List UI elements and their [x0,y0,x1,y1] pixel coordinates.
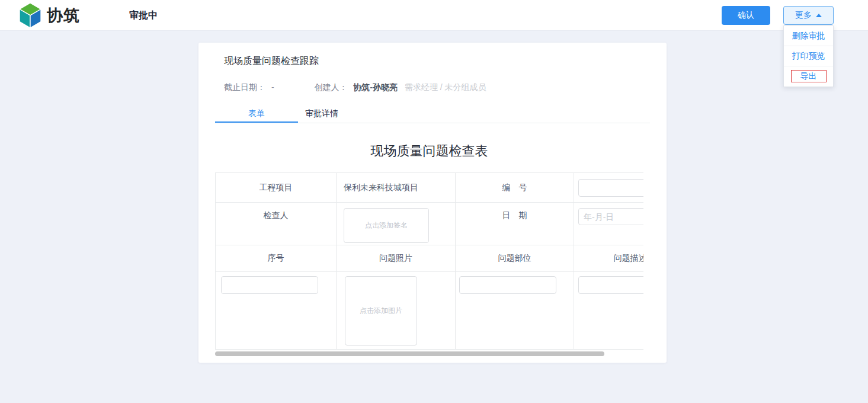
menu-item-print-preview[interactable]: 打印预览 [784,46,833,66]
tabs: 表单 审批详情 [215,106,650,123]
tab-approval-details[interactable]: 审批详情 [298,106,345,123]
add-photo-box[interactable]: 点击添加图片 [345,276,417,346]
date-label: 日 期 [456,203,574,245]
scrollbar-thumb[interactable] [215,351,604,356]
more-dropdown-menu: 删除审批 打印预览 导出 [783,25,834,87]
table-row: 工程项目 保利未来科技城项目 编 号 [216,173,644,203]
logo-cube-icon [18,2,43,28]
export-highlight-box: 导出 [791,70,827,82]
col-location-header: 问题部位 [456,245,574,272]
creator-label: 创建人： [314,82,347,92]
number-input[interactable] [578,179,643,197]
date-input[interactable] [578,208,643,225]
menu-item-delete-approval[interactable]: 删除审批 [784,26,833,46]
approval-title: 现场质量问题检查跟踪 [224,56,667,66]
serial-input[interactable] [221,276,318,294]
table-row: 检查人 点击添加签名 日 期 [216,203,644,245]
col-photo-header: 问题照片 [337,245,456,272]
approval-card: 现场质量问题检查跟踪 截止日期： - 创建人： 协筑-孙晓亮 需求经理 / 未分… [198,43,667,363]
project-value: 保利未来科技城项目 [337,173,456,203]
logo-text: 协筑 [47,5,80,26]
col-serial-header: 序号 [216,245,337,272]
deadline-label: 截止日期： [224,82,265,92]
inspection-table: 工程项目 保利未来科技城项目 编 号 检查人 点击添加签名 日 期 序号 问题照… [215,172,643,350]
form-title: 现场质量问题检查表 [215,142,643,160]
number-label: 编 号 [456,173,574,203]
table-row: 点击添加图片 [216,272,644,350]
add-signature-box[interactable]: 点击添加签名 [344,208,429,243]
col-description-header: 问题描述 [574,245,644,272]
meta-row: 截止日期： - 创建人： 协筑-孙晓亮 需求经理 / 未分组成员 [224,82,667,92]
table-header-row: 序号 问题照片 问题部位 问题描述 [216,245,644,272]
more-button[interactable]: 更多 [783,6,834,25]
topbar: 协筑 审批中 确认 更多 [0,0,868,31]
more-button-label: 更多 [795,10,812,21]
logo[interactable]: 协筑 [18,3,80,28]
page-title: 审批中 [129,0,158,31]
caret-up-icon [816,14,822,17]
confirm-button[interactable]: 确认 [722,6,770,25]
description-input[interactable] [578,276,643,294]
tab-form[interactable]: 表单 [215,106,298,123]
inspector-label: 检查人 [216,203,337,245]
project-label: 工程项目 [216,173,337,203]
deadline-value: - [271,82,274,92]
location-input[interactable] [459,276,556,294]
horizontal-scrollbar[interactable] [215,351,643,356]
creator-name: 协筑-孙晓亮 [353,82,398,92]
menu-item-export[interactable]: 导出 [784,66,833,87]
creator-role: 需求经理 / 未分组成员 [405,82,486,92]
form-table-viewport: 工程项目 保利未来科技城项目 编 号 检查人 点击添加签名 日 期 序号 问题照… [215,172,643,350]
